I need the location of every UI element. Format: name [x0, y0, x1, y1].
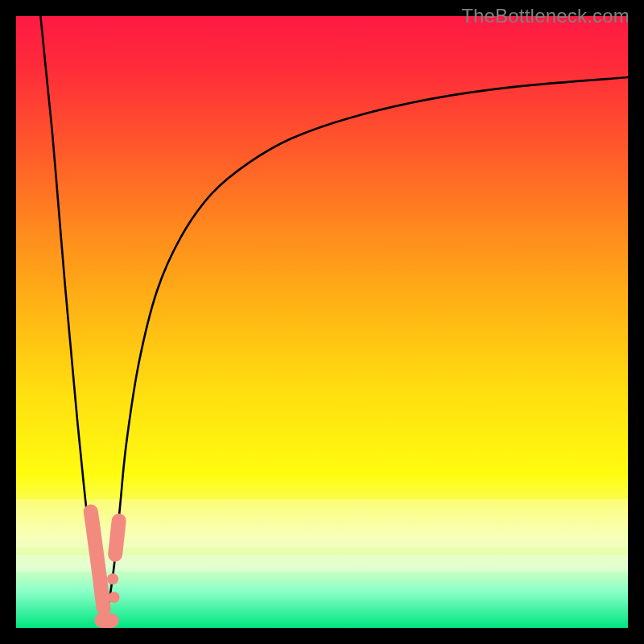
marker-right-pill [115, 521, 119, 555]
curve-layer [16, 16, 628, 628]
chart-frame: TheBottleneck.com [0, 0, 644, 644]
curve-right-branch [105, 77, 628, 625]
marker-group [91, 512, 120, 621]
marker-right-dot-2 [109, 592, 120, 603]
marker-left-pill [91, 512, 104, 609]
curve-group [40, 16, 628, 625]
marker-right-dot-1 [107, 573, 118, 584]
